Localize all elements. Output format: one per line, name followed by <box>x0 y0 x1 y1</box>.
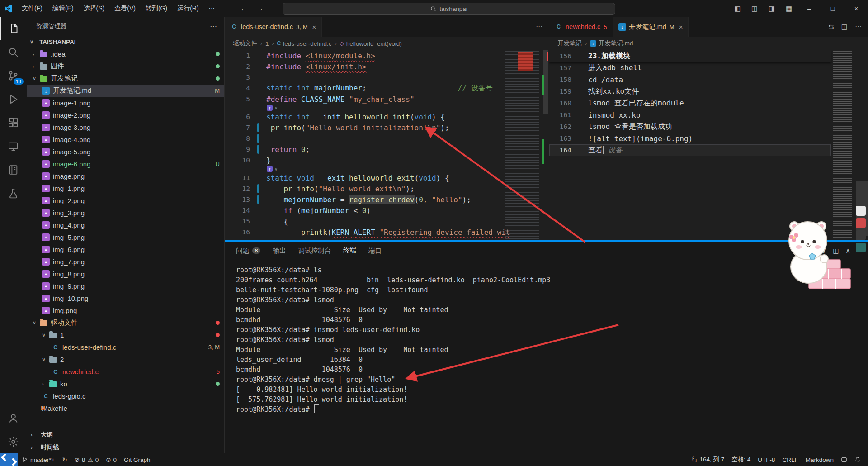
code-line-158[interactable]: 158cd /data <box>549 74 831 86</box>
git-graph[interactable]: Git Graph <box>120 453 154 466</box>
file-Makefile[interactable]: MMakefile <box>27 402 224 414</box>
activity-search-icon[interactable] <box>0 40 27 64</box>
problems[interactable]: ⊘8⚠0 <box>71 453 102 466</box>
code-line-11[interactable]: 11static void __exit helloworld_exit(voi… <box>225 172 497 183</box>
menu-文件(F)[interactable]: 文件(F) <box>17 3 47 14</box>
inline-ai-widget[interactable]: ƒ∨ <box>225 166 497 172</box>
breadcrumb-item[interactable]: 驱动文件 <box>233 39 257 48</box>
file-img_5.png[interactable]: ▲img_5.png <box>27 231 224 243</box>
activity-account-icon[interactable] <box>0 406 27 430</box>
code-line-162[interactable]: 162lsmod 查看是否加载成功 <box>549 121 831 133</box>
file-img_4.png[interactable]: ▲img_4.png <box>27 219 224 231</box>
file-img_1.png[interactable]: ▲img_1.png <box>27 182 224 195</box>
ports-indicator[interactable]: ⊙0 <box>102 453 120 466</box>
tab-开发笔记.md[interactable]: ↓开发笔记.mdM× <box>613 17 689 37</box>
activity-explorer-icon[interactable] <box>0 17 27 40</box>
panel-tab-问题[interactable]: 问题8 <box>236 242 260 260</box>
encoding[interactable]: UTF-8 <box>754 453 778 466</box>
floating-widget-tile[interactable] <box>856 206 866 216</box>
code-line-5[interactable]: 5#define CLASS_NAME "my_char_class" <box>225 94 497 105</box>
customize-layout-icon[interactable]: ▦ <box>780 0 797 17</box>
more-actions-icon[interactable]: ⋯ <box>536 23 542 31</box>
folder-开发笔记[interactable]: ∨开发笔记 <box>27 72 224 85</box>
menu-运行(R)[interactable]: 运行(R) <box>173 3 203 14</box>
code-line-157[interactable]: 157进入adb shell <box>549 62 831 74</box>
breadcrumb-item[interactable]: ◇helloworld_exit(void) <box>340 40 402 47</box>
outline-section[interactable]: › 大纲 <box>27 428 224 441</box>
more-actions-icon[interactable]: ⋯ <box>855 23 862 31</box>
file-img_6.png[interactable]: ▲img_6.png <box>27 243 224 256</box>
menu-转到(G)[interactable]: 转到(G) <box>141 3 172 14</box>
breadcrumb-item[interactable]: 开发笔记 <box>557 39 582 48</box>
code-line-163[interactable]: 163![alt text](image-6.png) <box>549 133 831 144</box>
close-tab-icon[interactable]: × <box>312 23 316 31</box>
code-line-156[interactable]: 15623.加载模块 <box>549 50 831 62</box>
activity-remote-explorer-icon[interactable] <box>0 134 27 158</box>
timeline-section[interactable]: › 时间线 <box>27 441 224 453</box>
panel-tab-终端[interactable]: 终端 <box>343 242 356 260</box>
folder-1[interactable]: ∨1 <box>27 329 224 341</box>
code-line-13[interactable]: 13 mejornNumber = register_chrdev(0, "he… <box>225 194 497 205</box>
code-line-159[interactable]: 159找到xx.ko文件 <box>549 86 831 97</box>
file-img_2.png[interactable]: ▲img_2.png <box>27 195 224 207</box>
indentation[interactable]: 空格: 4 <box>728 453 754 466</box>
terminal-content[interactable]: root@RK356X:/data# ls200frames_count.h26… <box>225 260 868 453</box>
code-line-9[interactable]: 9 return 0; <box>225 144 497 155</box>
code-line-12[interactable]: 12 pr_info("Hello world exit\n"); <box>225 183 497 194</box>
code-line-4[interactable]: 4static int majorNumber; // 设备号 <box>225 83 497 94</box>
code-line-10[interactable]: 10} <box>225 155 497 166</box>
close-window-icon[interactable]: × <box>844 0 868 17</box>
toggle-sidebar-icon[interactable]: ◧ <box>729 0 746 17</box>
code-line-8[interactable]: 8 <box>225 133 497 144</box>
folder-.idea[interactable]: ›.idea <box>27 48 224 60</box>
command-center-search[interactable]: taishanpai <box>283 3 615 15</box>
notifications-bell-icon[interactable] <box>851 453 864 466</box>
remote-indicator[interactable] <box>0 453 18 466</box>
activity-extensions-icon[interactable] <box>0 111 27 134</box>
file-image-3.png[interactable]: ▲image-3.png <box>27 121 224 133</box>
folder-2[interactable]: ∨2 <box>27 353 224 366</box>
git-branch[interactable]: master*+ <box>18 453 58 466</box>
file-image-2.png[interactable]: ▲image-2.png <box>27 109 224 121</box>
file-img_3.png[interactable]: ▲img_3.png <box>27 207 224 219</box>
section-taishanpai[interactable]: ∨ TAISHANPAI <box>27 36 224 48</box>
code-line-161[interactable]: 161insmod xx.ko <box>549 109 831 121</box>
code-line-1[interactable]: 1#include <linux/module.h> <box>225 50 497 61</box>
file-image-6.png[interactable]: ▲image-6.pngU <box>27 158 224 170</box>
menu-选择(S)[interactable]: 选择(S) <box>79 3 109 14</box>
code-line-160[interactable]: 160lsmod 查看已存在的module <box>549 97 831 109</box>
code-line-15[interactable]: 15 { <box>225 216 497 227</box>
file-img_9.png[interactable]: ▲img_9.png <box>27 280 224 292</box>
language-mode[interactable]: Markdown <box>802 453 837 466</box>
folder-固件[interactable]: ›固件 <box>27 60 224 72</box>
minimize-icon[interactable]: – <box>797 0 821 17</box>
nav-back-icon[interactable]: ← <box>241 4 248 13</box>
tab-newchrled.c[interactable]: Cnewchrled.c5 <box>549 17 613 37</box>
inline-ai-widget[interactable]: ƒ∨ <box>225 105 497 111</box>
floating-widget-tile[interactable] <box>856 243 866 252</box>
minimap[interactable] <box>503 50 542 240</box>
panel-tab-端口[interactable]: 端口 <box>368 242 382 260</box>
code-line-6[interactable]: 6static int __init helloworld_init(void)… <box>225 111 497 122</box>
code-line-16[interactable]: 16 printk(KERN ALERT "Registering device… <box>225 227 497 238</box>
activity-settings-icon[interactable] <box>0 430 27 453</box>
file-img_10.png[interactable]: ▲img_10.png <box>27 292 224 304</box>
file-img_7.png[interactable]: ▲img_7.png <box>27 256 224 268</box>
eol[interactable]: CRLF <box>778 453 802 466</box>
toggle-panel-icon[interactable]: ◫ <box>746 0 763 17</box>
file-newchrled.c[interactable]: Cnewchrled.c5 <box>27 366 224 378</box>
panel-tab-调试控制台[interactable]: 调试控制台 <box>298 242 331 260</box>
file-img_8.png[interactable]: ▲img_8.png <box>27 268 224 280</box>
close-tab-icon[interactable]: × <box>679 23 683 31</box>
file-leds-user-defind.c[interactable]: Cleds-user-defind.c3, M <box>27 341 224 353</box>
panel-tab-输出[interactable]: 输出 <box>273 242 286 260</box>
cursor-position[interactable]: 行 164, 列 7 <box>688 453 728 466</box>
floating-widget-tile[interactable] <box>856 218 866 228</box>
activity-run-debug-icon[interactable] <box>0 87 27 111</box>
file-image.png[interactable]: ▲image.png <box>27 170 224 182</box>
code-line-7[interactable]: 7 pr_info("Hello world initialization!\n… <box>225 122 497 133</box>
open-changes-icon[interactable]: ⇆ <box>828 23 834 31</box>
sidebar-more-actions-icon[interactable]: ⋯ <box>210 22 217 31</box>
breadcrumb-item[interactable]: 1 <box>265 40 269 47</box>
code-line-3[interactable]: 3 <box>225 72 497 83</box>
